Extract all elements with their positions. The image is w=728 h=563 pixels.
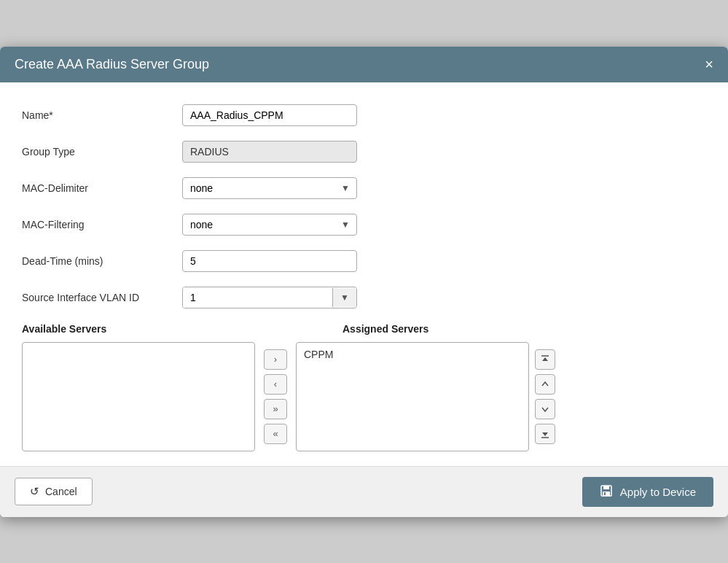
apply-label: Apply to Device — [620, 486, 696, 498]
name-label: Name* — [22, 109, 182, 121]
assigned-servers-label: Assigned Servers — [343, 323, 428, 335]
move-right-button[interactable]: › — [264, 349, 287, 370]
move-left-button[interactable]: ‹ — [264, 374, 287, 395]
dead-time-label: Dead-Time (mins) — [22, 255, 182, 267]
svg-rect-3 — [603, 486, 609, 489]
dialog-body: Name* Group Type RADIUS MAC-Delimiter no… — [0, 82, 728, 466]
assigned-servers-list[interactable]: CPPM — [296, 342, 529, 451]
move-all-left-button[interactable]: « — [264, 424, 287, 444]
close-button[interactable]: × — [705, 57, 713, 71]
dialog-header: Create AAA Radius Server Group × — [0, 47, 728, 82]
cancel-button[interactable]: ↺ Cancel — [15, 478, 93, 505]
dead-time-row: Dead-Time (mins) — [22, 250, 706, 272]
move-all-right-button[interactable]: » — [264, 399, 287, 419]
servers-section: Available Servers Assigned Servers › ‹ »… — [22, 323, 706, 451]
vlan-wrap: ▼ — [182, 287, 357, 308]
vlan-label: Source Interface VLAN ID — [22, 292, 182, 303]
servers-row: › ‹ » « CPPM — [22, 342, 706, 451]
move-up-button[interactable] — [535, 374, 555, 395]
mac-filtering-select-wrap: none enabled disabled ▼ — [182, 214, 357, 236]
group-type-row: Group Type RADIUS — [22, 141, 706, 163]
svg-rect-5 — [604, 492, 606, 495]
cancel-label: Cancel — [45, 486, 77, 497]
dialog-title: Create AAA Radius Server Group — [15, 57, 209, 72]
mac-filtering-row: MAC-Filtering none enabled disabled ▼ — [22, 214, 706, 236]
available-servers-list[interactable] — [22, 342, 255, 451]
available-servers-label: Available Servers — [22, 323, 255, 335]
mac-delimiter-select[interactable]: none colon dash dot — [182, 177, 357, 199]
servers-headers: Available Servers Assigned Servers — [22, 323, 706, 335]
create-aaa-radius-dialog: Create AAA Radius Server Group × Name* G… — [0, 47, 728, 517]
vlan-row: Source Interface VLAN ID ▼ — [22, 287, 706, 308]
dead-time-input[interactable] — [182, 250, 357, 272]
transfer-buttons-group: › ‹ » « — [255, 349, 296, 444]
name-row: Name* — [22, 104, 706, 126]
move-bottom-button[interactable] — [535, 424, 555, 444]
svg-rect-4 — [603, 492, 610, 496]
mac-filtering-label: MAC-Filtering — [22, 219, 182, 230]
mac-delimiter-select-wrap: none colon dash dot ▼ — [182, 177, 357, 199]
mac-delimiter-label: MAC-Delimiter — [22, 182, 182, 194]
group-type-label: Group Type — [22, 146, 182, 158]
cancel-icon: ↺ — [30, 485, 39, 498]
apply-to-device-button[interactable]: Apply to Device — [582, 477, 713, 507]
vlan-dropdown-button[interactable]: ▼ — [332, 288, 356, 307]
dialog-footer: ↺ Cancel Apply to Device — [0, 466, 728, 517]
assigned-server-item: CPPM — [301, 347, 524, 362]
vlan-input[interactable] — [183, 287, 332, 308]
group-type-value: RADIUS — [182, 141, 357, 163]
name-input[interactable] — [182, 104, 357, 126]
mac-delimiter-row: MAC-Delimiter none colon dash dot ▼ — [22, 177, 706, 199]
move-top-button[interactable] — [535, 349, 555, 370]
mac-filtering-select[interactable]: none enabled disabled — [182, 214, 357, 236]
order-buttons-group — [529, 349, 561, 444]
apply-icon — [600, 484, 613, 500]
move-down-button[interactable] — [535, 399, 555, 419]
